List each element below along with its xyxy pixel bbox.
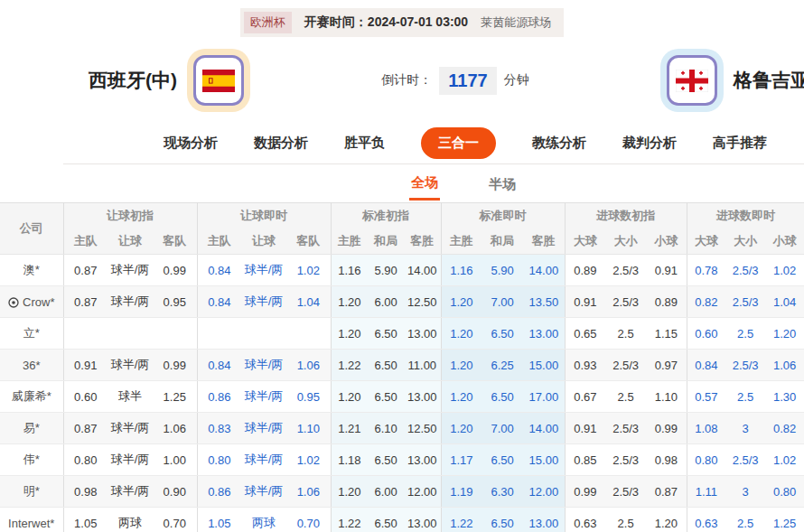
odds-cell: 0.99 bbox=[565, 476, 605, 508]
league-badge[interactable]: 欧洲杯 bbox=[244, 12, 292, 33]
company-name[interactable]: 伟* bbox=[0, 444, 63, 476]
odds-cell: 6.10 bbox=[368, 413, 404, 444]
odds-cell: 0.82 bbox=[765, 413, 804, 444]
nav-tab-coach-analysis[interactable]: 教练分析 bbox=[532, 135, 586, 152]
odds-cell: 1.17 bbox=[441, 444, 481, 476]
subtab-half-match[interactable]: 半场 bbox=[487, 168, 518, 200]
odds-cell: 2.5/3 bbox=[725, 350, 765, 381]
odds-cell: 0.65 bbox=[565, 318, 605, 350]
col-group-header: 让球即时 bbox=[197, 203, 331, 229]
odds-cell: 2.5/3 bbox=[605, 255, 646, 286]
home-team-name: 西班牙(中) bbox=[89, 68, 177, 93]
odds-cell: 1.20 bbox=[331, 381, 368, 413]
odds-row: 伟*0.80球半/两1.000.80球半/两1.021.186.5013.001… bbox=[0, 444, 804, 476]
odds-cell: 1.20 bbox=[441, 318, 481, 350]
odds-cell: 2.5/3 bbox=[725, 286, 765, 318]
match-header: 西班牙(中) 倒计时： 1177 分钟 bbox=[0, 42, 804, 118]
odds-cell: 1.18 bbox=[331, 444, 368, 476]
odds-cell: 5.90 bbox=[368, 255, 404, 286]
spain-flag-icon bbox=[193, 55, 244, 106]
odds-cell: 6.25 bbox=[481, 350, 523, 381]
odds-cell: 6.50 bbox=[368, 350, 404, 381]
odds-cell: 6.00 bbox=[368, 286, 404, 318]
odds-cell: 1.25 bbox=[765, 508, 804, 532]
odds-cell bbox=[153, 318, 197, 350]
company-name[interactable]: 威廉希* bbox=[0, 381, 63, 413]
col-subheader: 客队 bbox=[286, 228, 331, 255]
odds-cell: 2.5 bbox=[605, 318, 646, 350]
odds-cell: 两球 bbox=[241, 508, 286, 532]
odds-cell: 2.5 bbox=[725, 508, 765, 532]
odds-cell: 1.06 bbox=[286, 350, 331, 381]
col-group-header: 进球数即时 bbox=[687, 203, 804, 229]
odds-cell: 球半/两 bbox=[108, 413, 153, 444]
odds-cell: 1.22 bbox=[441, 508, 481, 532]
odds-cell: 0.87 bbox=[63, 286, 108, 318]
odds-cell bbox=[241, 318, 286, 350]
odds-cell: 5.90 bbox=[481, 255, 523, 286]
nav-tab-live-analysis[interactable]: 现场分析 bbox=[164, 135, 218, 152]
odds-cell: 1.06 bbox=[765, 350, 804, 381]
odds-cell: 6.50 bbox=[368, 508, 404, 532]
company-name[interactable]: 明* bbox=[0, 476, 63, 508]
odds-cell: 球半/两 bbox=[108, 476, 153, 508]
odds-cell: 15.00 bbox=[523, 350, 565, 381]
odds-cell: 0.60 bbox=[687, 318, 725, 350]
odds-cell: 13.00 bbox=[523, 318, 565, 350]
col-subheader: 大球 bbox=[565, 228, 605, 255]
odds-cell: 球半/两 bbox=[241, 413, 286, 444]
odds-cell: 0.85 bbox=[565, 444, 605, 476]
odds-cell: 1.11 bbox=[687, 476, 725, 508]
odds-cell: 1.06 bbox=[153, 413, 197, 444]
odds-cell: 2.5/3 bbox=[725, 444, 765, 476]
odds-cell: 12.50 bbox=[404, 286, 441, 318]
odds-cell: 0.87 bbox=[63, 413, 108, 444]
odds-cell: 6.50 bbox=[481, 318, 523, 350]
odds-cell: 1.21 bbox=[331, 413, 368, 444]
odds-cell: 球半/两 bbox=[108, 444, 153, 476]
nav-tab-three-in-one[interactable]: 三合一 bbox=[421, 127, 496, 159]
nav-tab-win-draw-loss[interactable]: 胜平负 bbox=[344, 135, 385, 152]
odds-cell: 1.20 bbox=[331, 286, 368, 318]
odds-cell bbox=[286, 318, 331, 350]
col-subheader: 主胜 bbox=[331, 228, 368, 255]
soccer-ball-icon bbox=[8, 297, 19, 308]
company-name[interactable]: 立* bbox=[0, 318, 63, 350]
odds-cell: 6.30 bbox=[481, 476, 523, 508]
countdown-label: 倒计时： bbox=[381, 72, 432, 89]
odds-cell: 0.82 bbox=[687, 286, 725, 318]
company-name[interactable]: 36* bbox=[0, 350, 63, 381]
odds-cell: 球半/两 bbox=[108, 286, 153, 318]
odds-cell: 0.89 bbox=[646, 286, 687, 318]
odds-cell: 17.00 bbox=[523, 381, 565, 413]
company-name[interactable]: Interwet* bbox=[0, 508, 63, 532]
odds-cell: 1.16 bbox=[441, 255, 481, 286]
odds-cell: 0.63 bbox=[687, 508, 725, 532]
col-subheader: 客队 bbox=[153, 228, 197, 255]
home-team: 西班牙(中) bbox=[89, 55, 244, 106]
odds-cell: 0.87 bbox=[646, 476, 687, 508]
odds-cell: 1.10 bbox=[646, 381, 687, 413]
subtab-full-match[interactable]: 全场 bbox=[409, 166, 440, 201]
odds-cell: 2.5/3 bbox=[605, 444, 646, 476]
odds-cell: 1.22 bbox=[331, 350, 368, 381]
odds-cell: 0.80 bbox=[765, 476, 804, 508]
odds-cell: 0.87 bbox=[63, 255, 108, 286]
nav-tab-data-analysis[interactable]: 数据分析 bbox=[254, 135, 308, 152]
away-team-name: 格鲁吉亚 bbox=[734, 68, 804, 93]
nav-tab-expert-picks[interactable]: 高手推荐 bbox=[713, 135, 767, 152]
odds-row: 立*1.206.5013.001.206.5013.000.652.51.150… bbox=[0, 318, 804, 350]
odds-cell: 0.95 bbox=[286, 381, 331, 413]
odds-cell: 13.00 bbox=[523, 508, 565, 532]
company-name[interactable]: 易* bbox=[0, 413, 63, 444]
odds-cell: 0.95 bbox=[153, 286, 197, 318]
odds-cell: 15.00 bbox=[523, 444, 565, 476]
nav-tab-referee-analysis[interactable]: 裁判分析 bbox=[622, 135, 677, 152]
odds-cell: 1.20 bbox=[646, 508, 687, 532]
odds-cell: 14.00 bbox=[523, 413, 565, 444]
company-name[interactable]: Crow* bbox=[0, 286, 63, 318]
odds-cell: 球半/两 bbox=[241, 350, 286, 381]
col-subheader: 主队 bbox=[63, 228, 108, 255]
odds-cell: 12.00 bbox=[404, 476, 441, 508]
company-name[interactable]: 澳* bbox=[0, 255, 63, 286]
